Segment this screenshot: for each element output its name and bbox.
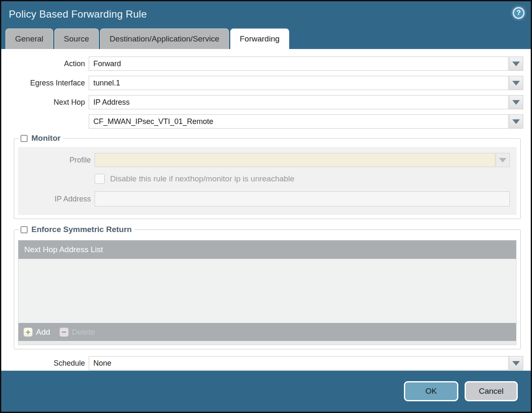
next-hop-label: Next Hop xyxy=(14,98,89,107)
disable-rule-row: Disable this rule if nexthop/monitor ip … xyxy=(18,174,510,184)
chevron-down-icon xyxy=(512,119,520,124)
profile-combobox xyxy=(95,153,510,167)
next-hop-row: Next Hop xyxy=(14,95,523,109)
help-icon[interactable]: ? xyxy=(513,7,524,19)
next-hop-address-combobox xyxy=(89,114,523,129)
add-button-label: Add xyxy=(36,328,50,337)
egress-interface-input[interactable] xyxy=(89,76,509,90)
table-header-label: Next Hop Address List xyxy=(24,245,103,254)
tabs-bar: General Source Destination/Application/S… xyxy=(1,27,531,49)
enforce-symmetric-return-checkbox[interactable] xyxy=(21,226,28,233)
minus-glyph: − xyxy=(62,328,66,336)
action-input[interactable] xyxy=(89,57,509,71)
disable-rule-label: Disable this rule if nexthop/monitor ip … xyxy=(110,174,294,183)
next-hop-address-row xyxy=(14,114,523,129)
enforce-symmetric-return-fieldset: Enforce Symmetric Return Next Hop Addres… xyxy=(14,225,521,349)
tab-source[interactable]: Source xyxy=(54,28,99,49)
tab-label: General xyxy=(15,34,44,44)
next-hop-address-dropdown-button[interactable] xyxy=(509,114,523,129)
profile-row: Profile xyxy=(18,153,510,167)
action-row: Action xyxy=(14,57,523,71)
forwarding-tab-panel: Action Egress Interface Next Hop xyxy=(1,49,531,371)
tab-label: Destination/Application/Service xyxy=(110,34,219,44)
egress-interface-row: Egress Interface xyxy=(14,76,523,90)
egress-interface-dropdown-button[interactable] xyxy=(509,76,523,90)
monitor-ip-address-label: IP Address xyxy=(18,195,95,204)
ok-button[interactable]: OK xyxy=(404,381,458,401)
tab-label: Forwarding xyxy=(240,34,280,44)
next-hop-combobox xyxy=(89,95,523,109)
table-footer: + Add − Delete xyxy=(18,323,516,341)
pbf-rule-dialog: Policy Based Forwarding Rule ? General S… xyxy=(0,0,532,413)
monitor-fieldset: Monitor Profile Disable this rule if ne xyxy=(14,134,521,219)
chevron-down-icon xyxy=(512,361,520,366)
chevron-down-icon xyxy=(512,81,520,85)
tab-destination-application-service[interactable]: Destination/Application/Service xyxy=(100,28,229,49)
chevron-down-icon xyxy=(512,62,520,66)
delete-button: − Delete xyxy=(59,328,95,337)
schedule-input[interactable] xyxy=(89,356,509,370)
monitor-ip-address-row: IP Address xyxy=(18,191,510,206)
dialog-title: Policy Based Forwarding Rule xyxy=(9,8,147,20)
delete-button-label: Delete xyxy=(72,328,95,337)
schedule-row: Schedule xyxy=(14,356,523,370)
table-body-empty[interactable] xyxy=(18,259,516,323)
monitor-panel: Profile Disable this rule if nexthop/mon… xyxy=(18,147,517,215)
disable-rule-checkbox xyxy=(95,174,105,184)
tab-label: Source xyxy=(64,34,89,44)
tab-forwarding[interactable]: Forwarding xyxy=(230,28,289,49)
monitor-checkbox[interactable] xyxy=(21,135,28,142)
dialog-footer: OK Cancel xyxy=(1,371,531,412)
minus-icon: − xyxy=(59,328,69,337)
cancel-button[interactable]: Cancel xyxy=(465,381,518,401)
plus-glyph: + xyxy=(26,328,30,336)
schedule-dropdown-button[interactable] xyxy=(509,356,523,370)
profile-label: Profile xyxy=(18,156,95,165)
enforce-symmetric-return-legend: Enforce Symmetric Return xyxy=(19,225,134,234)
egress-interface-label: Egress Interface xyxy=(14,79,89,88)
action-dropdown-button[interactable] xyxy=(509,57,523,71)
schedule-label: Schedule xyxy=(14,359,89,368)
table-header: Next Hop Address List xyxy=(18,240,516,259)
help-icon-glyph: ? xyxy=(517,9,521,17)
next-hop-dropdown-button[interactable] xyxy=(509,95,523,109)
monitor-legend: Monitor xyxy=(19,134,63,143)
monitor-ip-address-input xyxy=(95,191,510,206)
egress-interface-combobox xyxy=(89,76,523,90)
action-combobox xyxy=(89,57,523,71)
add-button[interactable]: + Add xyxy=(23,328,50,337)
chevron-down-icon xyxy=(499,158,506,163)
profile-dropdown-button xyxy=(496,153,510,167)
schedule-combobox xyxy=(89,356,523,370)
monitor-legend-label: Monitor xyxy=(31,134,61,143)
profile-input xyxy=(95,153,495,167)
table-bottom-strip xyxy=(18,341,516,345)
action-label: Action xyxy=(14,59,89,68)
plus-icon: + xyxy=(23,328,33,337)
tab-general[interactable]: General xyxy=(5,28,53,49)
next-hop-address-input[interactable] xyxy=(89,114,509,129)
dialog-titlebar: Policy Based Forwarding Rule ? xyxy=(1,1,531,27)
chevron-down-icon xyxy=(512,100,520,105)
enforce-symmetric-return-legend-label: Enforce Symmetric Return xyxy=(31,225,132,234)
next-hop-address-list-table: Next Hop Address List + Add − Delete xyxy=(18,240,517,345)
next-hop-input[interactable] xyxy=(89,95,509,109)
